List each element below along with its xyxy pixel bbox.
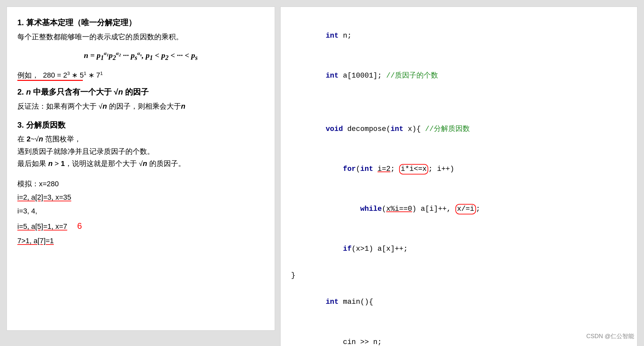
sim-title: 模拟：x=280	[17, 177, 264, 191]
code-line-1: int n;	[291, 16, 627, 56]
left-panel: 1. 算术基本定理（唯一分解定理） 每个正整数都能够唯一的表示成它的质因数的乘积…	[7, 7, 275, 331]
code-line-9: int main(){	[291, 282, 627, 322]
code-line-2: int a[10001]; //质因子的个数	[291, 56, 627, 96]
code-line-5: for(int i=2; i*i<=x; i++)	[291, 149, 627, 189]
code-line-7: if(x>1) a[x]++;	[291, 229, 627, 269]
sim-line2: i=3, 4,	[17, 204, 264, 218]
code-line-6: while(x%i==0) a[i]++, x/=i;	[291, 189, 627, 229]
formula: n = p1α1p2α2 ··· psαs, p1 < p2 < ··· < p…	[17, 49, 264, 63]
sim-line4: 7>1, a[7]=1	[17, 234, 264, 248]
right-panel: int n; int a[10001]; //质因子的个数 void decom…	[280, 7, 637, 346]
simulation-block: 模拟：x=280 i=2, a[2]=3, x=35 i=3, 4, i=5, …	[17, 177, 264, 248]
sim-line1: i=2, a[2]=3, x=35	[17, 191, 264, 204]
code-line-4: void decompose(int x){ //分解质因数	[291, 109, 627, 149]
section3-body: 在 2~√n 范围枚举， 遇到质因子就除净并且记录质因子的个数。 最后如果 n …	[17, 133, 264, 170]
watermark: CSDN @仁公智能	[586, 332, 634, 340]
section2-title: 2. n 中最多只含有一个大于 √n 的因子	[17, 85, 264, 99]
section3-title: 3. 分解质因数	[17, 118, 264, 132]
section2-body: 反证法：如果有两个大于 √n 的因子，则相乘会大于n	[17, 100, 264, 112]
code-line-blank	[291, 96, 627, 109]
section1-body: 每个正整数都能够唯一的表示成它的质因数的乘积。	[17, 31, 264, 43]
example-line: 例如， 280 = 23 ∗ 51 ∗ 71	[17, 69, 264, 81]
code-panel: int n; int a[10001]; //质因子的个数 void decom…	[280, 7, 637, 346]
sim-line3: i=5, a[5]=1, x=7 6	[17, 218, 264, 234]
section1-title: 1. 算术基本定理（唯一分解定理）	[17, 16, 264, 29]
code-line-10: cin >> n;	[291, 322, 627, 346]
code-line-8: }	[291, 269, 627, 282]
